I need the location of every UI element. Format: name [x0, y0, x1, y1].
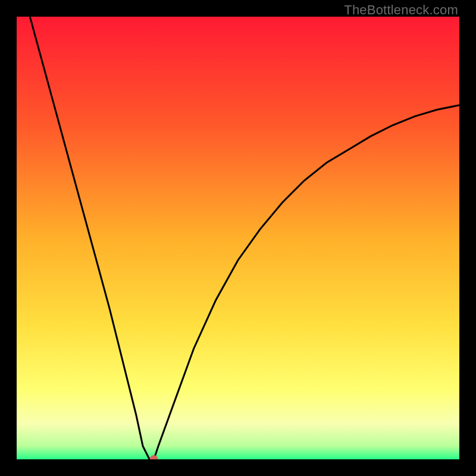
bottleneck-chart [17, 17, 459, 459]
watermark-text: TheBottleneck.com [344, 2, 458, 18]
chart-frame [17, 17, 459, 459]
gradient-background [17, 17, 459, 459]
